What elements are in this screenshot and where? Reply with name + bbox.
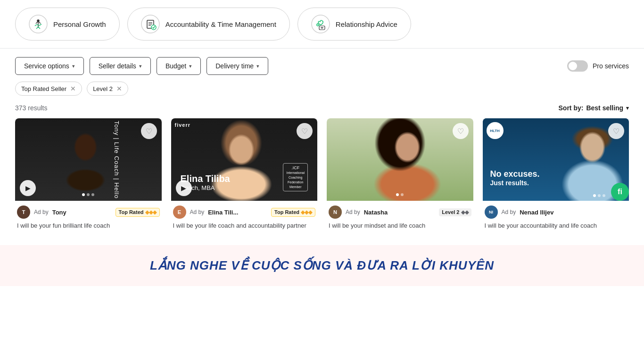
card-2-title: I will be your life coach and accountabi… <box>173 222 316 230</box>
budget-button[interactable]: Budget ▾ <box>157 57 201 75</box>
card-2-avatar: E <box>173 206 186 219</box>
card-4-ad-by: Ad by <box>502 209 516 215</box>
card-2-badge-text: Top Rated <box>274 209 299 215</box>
accountability-label: Accountability & Time Management <box>165 20 276 28</box>
pro-services-toggle[interactable] <box>567 60 588 72</box>
card-1-top-rated-badge: Top Rated ◆◆◆ <box>116 208 160 217</box>
bottom-banner: LẮNG NGHE VỀ CUỘC SỐNG VÀ ĐƯA RA LỜI KHU… <box>0 245 644 286</box>
delivery-time-chevron-icon: ▾ <box>256 63 259 69</box>
top-rated-seller-tag[interactable]: Top Rated Seller ✕ <box>15 82 82 96</box>
card-3-seller-name: Natasha <box>364 209 388 216</box>
card-1-ad-by: Ad by <box>34 209 49 215</box>
card-2-seller-name: Elina Tili... <box>208 209 238 216</box>
card-3-thumbnail: ♡ <box>327 118 473 201</box>
category-pill-accountability[interactable]: Accountability & Time Management <box>127 8 290 41</box>
service-options-button[interactable]: Service options ▾ <box>15 57 84 75</box>
card-3-heart-button[interactable]: ♡ <box>453 123 469 139</box>
card-1-vertical-text: Tony | Life Coach | Hello <box>113 121 120 198</box>
pro-services-label: Pro services <box>593 62 629 70</box>
dot-2 <box>87 193 90 196</box>
card-1-play-button[interactable]: ▶ <box>20 180 36 196</box>
card-1-diamonds: ◆◆◆ <box>145 209 157 215</box>
card-4-meta: NI Ad by Nenad Ilijev <box>485 206 627 219</box>
budget-label: Budget <box>165 62 186 70</box>
sort-by-label: Sort by: <box>559 104 584 112</box>
card-1-body: T Ad by Tony Top Rated ◆◆◆ I will be you… <box>15 201 162 234</box>
dot-4-1 <box>593 194 596 197</box>
dot-3-2 <box>401 193 404 196</box>
card-3-title: I will be your mindset and life coach <box>329 222 471 230</box>
results-count: 373 results <box>15 104 47 112</box>
svg-point-11 <box>312 15 330 33</box>
card-3-avatar: N <box>329 206 342 219</box>
card-3-diamonds: ◆◆ <box>461 209 469 215</box>
sort-by-dropdown[interactable]: Sort by: Best selling ▾ <box>559 104 629 112</box>
pro-services-container: Pro services <box>567 60 629 72</box>
card-1-title: I will be your fun brilliant life coach <box>17 222 160 230</box>
personal-growth-icon <box>29 15 48 33</box>
dot-1 <box>82 193 85 196</box>
seller-details-label: Seller details <box>99 62 136 70</box>
card-4-logo: HLTH <box>487 122 504 139</box>
card-4[interactable]: HLTH No excuses. Just results. ♡ fi NI A… <box>483 118 629 234</box>
card-4-heart-button[interactable]: ♡ <box>608 123 624 139</box>
card-2-thumbnail: fiverr Elina Tiliba Coach, MBA .ICFInter… <box>171 118 318 201</box>
sort-value: Best selling <box>586 104 623 112</box>
card-3[interactable]: ♡ N Ad by Natasha Level 2 ◆◆ I will be y… <box>327 118 473 234</box>
card-1-thumbnail: Tony | Life Coach | Hello ▶ ♡ <box>15 118 162 201</box>
card-4-thumbnail: HLTH No excuses. Just results. ♡ fi <box>483 118 629 201</box>
cards-grid: Tony | Life Coach | Hello ▶ ♡ T Ad by To… <box>0 118 644 234</box>
card-4-dots <box>593 194 605 197</box>
category-bar: Personal Growth Accountability & Time Ma… <box>0 0 644 49</box>
dot-3 <box>91 193 94 196</box>
card-2-ad-by: Ad by <box>190 209 205 215</box>
card-2[interactable]: fiverr Elina Tiliba Coach, MBA .ICFInter… <box>171 118 318 234</box>
service-options-label: Service options <box>24 62 69 70</box>
card-4-avatar: NI <box>485 206 498 219</box>
delivery-time-button[interactable]: Delivery time ▾ <box>206 57 268 75</box>
card-1-heart-button[interactable]: ♡ <box>141 123 157 139</box>
dot-4-3 <box>603 194 605 197</box>
results-bar: 373 results Sort by: Best selling ▾ <box>0 102 644 118</box>
sort-chevron-icon: ▾ <box>626 105 629 111</box>
card-2-play-button[interactable]: ▶ <box>176 180 192 196</box>
card-4-line1: No excuses. <box>490 169 540 179</box>
top-rated-seller-remove-icon[interactable]: ✕ <box>70 85 76 92</box>
dot-3-1 <box>396 193 399 196</box>
card-1[interactable]: Tony | Life Coach | Hello ▶ ♡ T Ad by To… <box>15 118 162 234</box>
card-3-body: N Ad by Natasha Level 2 ◆◆ I will be you… <box>327 201 473 234</box>
card-2-icf-logo: .ICFInternationalCoachingFederationMembe… <box>283 163 308 191</box>
fi-badge: fi <box>611 183 629 201</box>
card-3-ad-by: Ad by <box>346 209 360 215</box>
service-options-chevron-icon: ▾ <box>72 63 75 69</box>
card-2-top-rated-badge: Top Rated ◆◆◆ <box>271 208 315 217</box>
active-filters: Top Rated Seller ✕ Level 2 ✕ <box>0 79 644 102</box>
card-4-seller-name: Nenad Ilijev <box>520 209 553 216</box>
card-4-title: I will be your accountability and life c… <box>485 222 627 230</box>
card-4-line2: Just results. <box>490 179 540 187</box>
category-pill-relationship[interactable]: Relationship Advice <box>297 8 411 41</box>
card-3-level-badge: Level 2 ◆◆ <box>439 208 471 216</box>
card-1-meta: T Ad by Tony Top Rated ◆◆◆ <box>17 206 160 219</box>
seller-details-button[interactable]: Seller details ▾ <box>90 57 151 75</box>
level2-tag[interactable]: Level 2 ✕ <box>87 82 128 96</box>
card-1-dots <box>82 193 94 196</box>
personal-growth-label: Personal Growth <box>53 20 106 28</box>
card-2-body: E Ad by Elina Tili... Top Rated ◆◆◆ I wi… <box>171 201 318 234</box>
card-1-badge-text: Top Rated <box>119 209 144 215</box>
fiverr-badge: fiverr <box>175 122 191 128</box>
card-4-body: NI Ad by Nenad Ilijev I will be your acc… <box>483 201 629 234</box>
seller-details-chevron-icon: ▾ <box>139 63 142 69</box>
card-3-badge-text: Level 2 <box>442 209 459 215</box>
delivery-time-label: Delivery time <box>215 62 254 70</box>
card-3-dots <box>396 193 404 196</box>
accountability-icon <box>141 15 160 33</box>
level2-tag-label: Level 2 <box>93 85 113 92</box>
banner-text: LẮNG NGHE VỀ CUỘC SỐNG VÀ ĐƯA RA LỜI KHU… <box>15 258 629 273</box>
card-2-heart-button[interactable]: ♡ <box>297 123 313 139</box>
category-pill-personal-growth[interactable]: Personal Growth <box>15 8 120 41</box>
card-2-diamonds: ◆◆◆ <box>301 209 312 215</box>
budget-chevron-icon: ▾ <box>189 63 192 69</box>
level2-remove-icon[interactable]: ✕ <box>116 85 122 92</box>
card-4-overlay: No excuses. Just results. <box>490 169 540 187</box>
